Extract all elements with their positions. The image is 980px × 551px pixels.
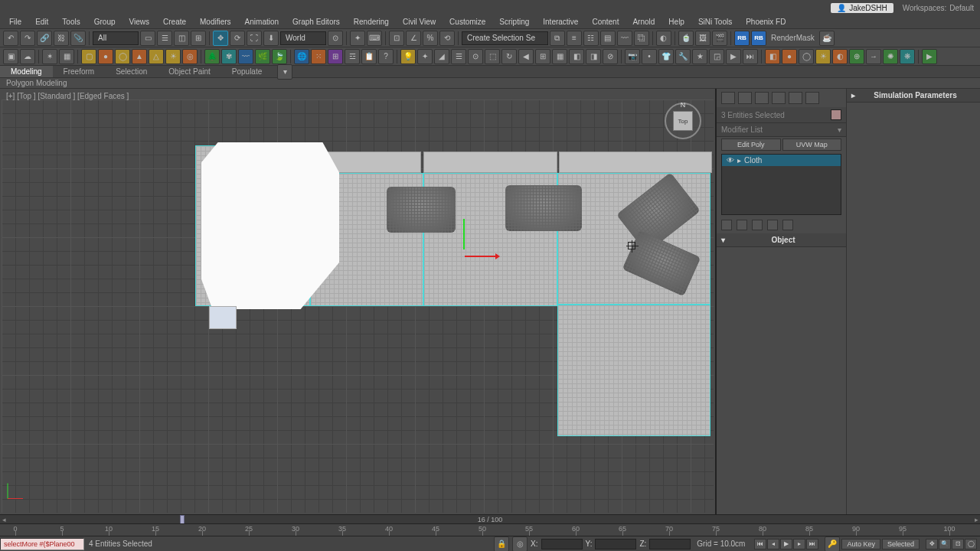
make-unique-icon[interactable] [752, 220, 763, 230]
edit-poly-button[interactable]: Edit Poly [721, 139, 781, 151]
render-production-icon[interactable]: 🎬 [712, 31, 727, 46]
grass-icon[interactable]: ✾ [221, 49, 237, 64]
vray-cube-icon[interactable]: ◧ [765, 49, 780, 64]
zoom-icon[interactable]: 🔍 [939, 539, 951, 549]
gizmo-x-axis[interactable] [465, 256, 495, 257]
isolate-icon[interactable]: ◎ [512, 536, 528, 552]
vray-sun-icon[interactable]: ☀ [815, 49, 831, 64]
maxscript-listener[interactable]: selectMore #($Plane00 [0, 538, 84, 550]
cube-icon[interactable]: ◲ [709, 49, 724, 64]
utilities-tab-icon[interactable] [805, 92, 819, 104]
modifier-stack[interactable]: 👁 ▸ Cloth [721, 154, 841, 215]
select-name-icon[interactable]: ☰ [157, 31, 172, 46]
curve-editor-icon[interactable]: 〰 [617, 31, 632, 46]
rb-plugin-icon[interactable]: RB [734, 31, 750, 46]
ribbon-sub-label[interactable]: Polygon Modeling [6, 79, 67, 87]
bind-icon[interactable]: 📎 [70, 31, 86, 46]
vray-burst-icon[interactable]: ✺ [883, 49, 898, 64]
seat-cushion[interactable] [557, 305, 710, 436]
refresh-icon[interactable]: ↻ [501, 49, 517, 64]
shaded-icon[interactable]: ◧ [569, 49, 584, 64]
menu-edit[interactable]: Edit [29, 16, 54, 28]
target-icon[interactable]: ⊙ [468, 49, 483, 64]
menu-group[interactable]: Group [88, 16, 122, 28]
viewcube-face[interactable]: Top [673, 111, 693, 131]
star-icon[interactable]: ★ [692, 49, 707, 64]
link-icon[interactable]: 🔗 [37, 31, 52, 46]
select-manipulate-icon[interactable]: ✦ [350, 31, 365, 46]
configure-icon[interactable] [782, 220, 793, 230]
ribbon-tab-freeform[interactable]: Freeform [53, 66, 106, 77]
light-icon[interactable]: 💡 [400, 49, 416, 64]
select-region-icon[interactable]: ◫ [174, 31, 189, 46]
selected-dropdown[interactable]: Selected [882, 539, 920, 549]
menu-scripting[interactable]: Scripting [493, 16, 535, 28]
goto-start-icon[interactable]: ⏮ [754, 539, 766, 549]
water-icon[interactable]: 〰 [238, 49, 253, 64]
add-box-icon[interactable]: ⊞ [535, 49, 550, 64]
uvw-map-button[interactable]: UVW Map [782, 139, 842, 151]
vray-dome-icon[interactable]: ◐ [832, 49, 848, 64]
menu-create[interactable]: Create [157, 16, 192, 28]
select-rotate-icon[interactable]: ⟳ [230, 31, 245, 46]
menu-views[interactable]: Views [123, 16, 156, 28]
hierarchy-tab-icon[interactable] [755, 92, 769, 104]
modify-tab-icon[interactable] [738, 92, 752, 104]
selection-filter-dropdown[interactable]: All [93, 31, 139, 45]
keyboard-shortcut-icon[interactable]: ⌨ [367, 31, 382, 46]
globe-icon[interactable]: 🌐 [294, 49, 309, 64]
vray-proxy-icon[interactable]: ⊕ [849, 49, 864, 64]
box-icon[interactable]: ▢ [81, 49, 96, 64]
menu-content[interactable]: Content [586, 16, 625, 28]
viewport[interactable]: [+] [Top ] [Standard ] [Edged Faces ] N … [0, 89, 716, 514]
skip-icon[interactable]: ⏭ [743, 49, 758, 64]
cloud-icon[interactable]: ☁ [20, 49, 35, 64]
orbit-icon[interactable]: ◯ [965, 539, 977, 549]
play-anim-icon[interactable]: ▶ [780, 539, 792, 549]
coord-z-input[interactable] [649, 539, 691, 549]
torus-icon[interactable]: ◎ [182, 49, 198, 64]
next-icon[interactable]: ▶ [726, 49, 741, 64]
clipboard-icon[interactable]: 📋 [361, 49, 377, 64]
prev-frame-icon[interactable]: ◂ [767, 539, 779, 549]
spot-icon[interactable]: ◢ [434, 49, 449, 64]
toggle-icon[interactable]: ⊘ [603, 49, 618, 64]
layers-icon[interactable]: ☲ [345, 49, 360, 64]
leaf-icon[interactable]: 🍃 [272, 49, 287, 64]
pillow[interactable] [387, 187, 456, 233]
open-slate-icon[interactable]: ▣ [3, 49, 18, 64]
direct-icon[interactable]: ☰ [451, 49, 466, 64]
ribbon-tab-modeling[interactable]: Modeling [0, 66, 53, 77]
timeline-prev-icon[interactable]: ◂ [0, 516, 8, 523]
pin-stack-icon[interactable] [721, 220, 732, 230]
ref-coord-dropdown[interactable]: World [280, 31, 326, 45]
timeline-next-icon[interactable]: ▸ [972, 516, 980, 523]
cylinder-icon[interactable]: ◯ [115, 49, 130, 64]
undo-icon[interactable]: ↶ [3, 31, 18, 46]
object-color-swatch[interactable] [831, 109, 841, 120]
expand-icon[interactable]: ▸ [737, 156, 741, 165]
menu-civilview[interactable]: Civil View [397, 16, 442, 28]
viewcube[interactable]: N Top [665, 103, 701, 139]
rb-plugin2-icon[interactable]: RB [751, 31, 766, 46]
align-icon[interactable]: ≡ [567, 31, 582, 46]
next-frame-icon[interactable]: ▸ [793, 539, 805, 549]
zoom-ext-icon[interactable]: ⊡ [952, 539, 964, 549]
window-crossing-icon[interactable]: ⊞ [191, 31, 206, 46]
vray-arrow-icon[interactable]: → [866, 49, 881, 64]
ribbon-tab-objectpaint[interactable]: Object Paint [158, 66, 220, 77]
menu-animation[interactable]: Animation [239, 16, 285, 28]
cone-icon[interactable]: ▲ [132, 49, 147, 64]
key-mode-icon[interactable]: 🔑 [825, 536, 840, 552]
help-icon[interactable]: ? [378, 49, 394, 64]
vray-fur-icon[interactable]: ❋ [900, 49, 915, 64]
ribbon-tab-selection[interactable]: Selection [105, 66, 158, 77]
coord-x-input[interactable] [541, 539, 583, 549]
wireframe-icon[interactable]: ▦ [552, 49, 567, 64]
viewport-label[interactable]: [+] [Top ] [Standard ] [Edged Faces ] [6, 92, 129, 100]
proxy-icon[interactable]: ▦ [59, 49, 74, 64]
spinner-snap-icon[interactable]: ⟲ [439, 31, 455, 46]
eye-icon[interactable]: 👁 [727, 156, 734, 165]
create-tab-icon[interactable] [721, 92, 735, 104]
sphere-icon[interactable]: ● [98, 49, 113, 64]
